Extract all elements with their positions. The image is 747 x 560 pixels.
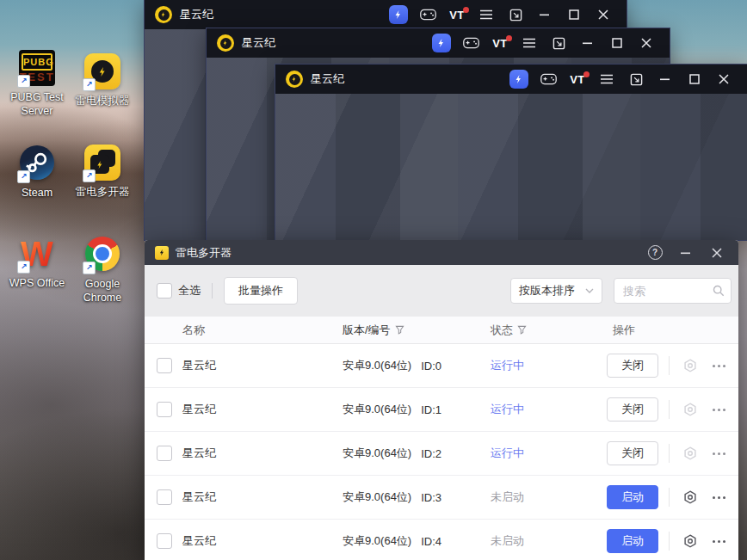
actions-divider [669, 400, 670, 419]
select-all-checkbox[interactable] [157, 283, 172, 298]
desktop-icon-label: 雷电模拟器 [69, 94, 136, 108]
more-options-icon[interactable] [713, 409, 725, 411]
actions-divider [669, 356, 670, 375]
menu-icon[interactable] [592, 65, 621, 94]
settings-gear-icon[interactable] [683, 359, 697, 372]
settings-gear-icon[interactable] [683, 534, 697, 548]
vt-indicator[interactable]: VT [442, 0, 472, 29]
lightning-icon [158, 249, 166, 256]
close-button[interactable] [589, 0, 618, 29]
close-button[interactable] [706, 242, 728, 264]
desktop-icon-ld-multi-instance[interactable]: ↗ 雷电多开器 [69, 145, 136, 199]
row-checkbox[interactable] [157, 446, 172, 461]
row-checkbox[interactable] [157, 402, 172, 417]
minimize-button[interactable] [651, 65, 680, 94]
batch-operation-button[interactable]: 批量操作 [224, 277, 298, 305]
instance-name: 星云纪 [182, 489, 343, 505]
start-instance-button[interactable]: 启动 [607, 529, 658, 553]
header-version: 版本/编号 [343, 323, 391, 338]
notification-dot [506, 35, 512, 41]
start-instance-button[interactable]: 启动 [607, 485, 658, 509]
desktop-icon-label: PUBG Test Server [3, 90, 71, 118]
gamepad-icon[interactable] [413, 0, 442, 29]
instance-version: 安卓9.0(64位) [343, 446, 411, 461]
desktop-icon-label: Steam [3, 186, 71, 200]
lightning-icon [436, 38, 447, 48]
vt-indicator[interactable]: VT [563, 65, 592, 94]
stop-instance-button[interactable]: 关闭 [607, 354, 658, 378]
desktop-icon-ldplayer[interactable]: ↗ 雷电模拟器 [69, 53, 136, 108]
instance-version: 安卓9.0(64位) [343, 402, 411, 417]
row-checkbox[interactable] [157, 533, 172, 549]
settings-gear-icon[interactable] [683, 490, 697, 504]
ld-multi-instance-icon: ↗ [84, 145, 120, 181]
close-button[interactable] [632, 28, 661, 58]
ldplayer-logo-icon [286, 71, 303, 88]
settings-gear-icon[interactable] [683, 446, 697, 460]
stop-instance-button[interactable]: 关闭 [607, 397, 658, 422]
emulator-screen[interactable] [275, 94, 747, 240]
desktop-icon-label: 雷电多开器 [69, 185, 136, 199]
manager-titlebar[interactable]: 雷电多开器 ? [145, 240, 738, 265]
minimize-button[interactable] [573, 28, 602, 58]
desktop-icon-steam[interactable]: ↗ Steam [3, 145, 71, 200]
resize-icon[interactable] [544, 28, 573, 58]
desktop-icon-label: Google Chrome [69, 277, 136, 305]
sort-dropdown-value: 按版本排序 [519, 283, 575, 298]
more-options-icon[interactable] [713, 452, 725, 455]
instance-row: 星云纪 安卓9.0(64位)ID:2 运行中 关闭 [145, 432, 738, 476]
status-badge: 未启动 [491, 534, 524, 547]
pubg-test-server-icon: PUBG TEST ↗ [19, 50, 55, 86]
boost-button[interactable] [384, 0, 413, 29]
row-checkbox[interactable] [157, 489, 172, 505]
more-options-icon[interactable] [713, 540, 725, 543]
boost-button[interactable] [504, 65, 534, 94]
emulator-titlebar[interactable]: 星云纪 VT [145, 0, 627, 29]
ldplayer-logo-icon [217, 34, 234, 52]
desktop-icon-pubg-test-server[interactable]: PUBG TEST ↗ PUBG Test Server [3, 50, 71, 118]
filter-icon[interactable] [395, 325, 404, 335]
vt-indicator[interactable]: VT [485, 28, 515, 58]
table-header-row: 名称 版本/编号 状态 操作 [145, 317, 738, 344]
row-checkbox[interactable] [157, 358, 172, 373]
resize-icon[interactable] [501, 0, 530, 29]
stop-instance-button[interactable]: 关闭 [607, 441, 658, 465]
desktop-icon-wps-office[interactable]: W ↗ WPS Office [3, 236, 71, 290]
instance-version: 安卓9.0(64位) [343, 489, 411, 505]
maximize-button[interactable] [602, 28, 632, 58]
maximize-button[interactable] [680, 65, 709, 94]
more-options-icon[interactable] [713, 365, 725, 367]
minimize-button[interactable] [530, 0, 559, 29]
pubg-badge-text: PUBG [22, 53, 52, 71]
more-options-icon[interactable] [713, 496, 725, 499]
instance-row: 星云纪 安卓9.0(64位)ID:0 运行中 关闭 [145, 344, 738, 388]
help-button[interactable]: ? [644, 242, 666, 264]
minimize-button[interactable] [675, 242, 697, 264]
instance-name: 星云纪 [182, 446, 343, 461]
gamepad-icon[interactable] [534, 65, 563, 94]
manager-window-title: 雷电多开器 [176, 245, 232, 261]
header-actions: 操作 [613, 323, 635, 338]
search-box [614, 278, 732, 304]
header-status: 状态 [491, 323, 513, 338]
notification-dot [463, 7, 469, 13]
emulator-titlebar[interactable]: 星云纪 VT [275, 65, 747, 94]
settings-gear-icon[interactable] [683, 403, 697, 416]
emulator-titlebar[interactable]: 星云纪 VT [207, 28, 670, 58]
close-button[interactable] [709, 65, 738, 94]
select-all-label: 全选 [178, 283, 201, 298]
actions-divider [669, 444, 670, 463]
maximize-button[interactable] [559, 0, 589, 29]
actions-divider [669, 532, 670, 551]
filter-icon[interactable] [517, 325, 527, 335]
instance-version: 安卓9.0(64位) [343, 533, 411, 549]
sort-dropdown[interactable]: 按版本排序 [510, 278, 602, 304]
resize-icon[interactable] [621, 65, 651, 94]
menu-icon[interactable] [515, 28, 544, 58]
boost-button[interactable] [427, 28, 456, 58]
menu-icon[interactable] [472, 0, 501, 29]
ldplayer-emulator-icon: ↗ [84, 53, 120, 89]
gamepad-icon[interactable] [456, 28, 485, 58]
steam-icon: ↗ [19, 145, 55, 182]
desktop-icon-google-chrome[interactable]: ↗ Google Chrome [69, 236, 136, 305]
